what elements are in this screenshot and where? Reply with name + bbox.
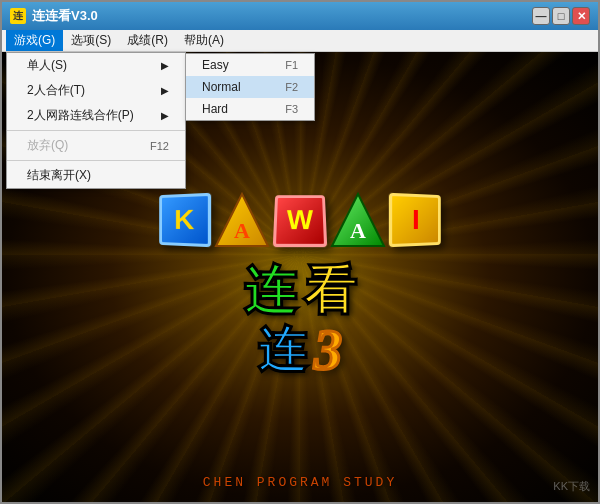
menu-bar: 游戏(G) 单人(S) ▶ Easy F1 [2, 30, 598, 52]
coop-arrow-icon: ▶ [161, 85, 169, 96]
arrow-icon: ▶ [161, 60, 169, 71]
kawaii-a2-block: A [330, 192, 386, 248]
menu-options[interactable]: 选项(S) [63, 30, 119, 51]
normal-item[interactable]: Normal F2 [186, 76, 314, 98]
kawaii-k-block: K [159, 193, 211, 247]
game-menu-container: 游戏(G) 单人(S) ▶ Easy F1 [6, 30, 63, 51]
quit-item[interactable]: 放弃(Q) F12 [7, 133, 185, 158]
exit-item[interactable]: 结束离开(X) [7, 163, 185, 188]
easy-item[interactable]: Easy F1 [186, 54, 314, 76]
credit-text: CHEN PROGRAM STUDY [2, 475, 598, 490]
menu-help[interactable]: 帮助(A) [176, 30, 232, 51]
chinese-row-1: 连 看 [244, 256, 356, 326]
close-button[interactable]: ✕ [572, 7, 590, 25]
maximize-button[interactable]: □ [552, 7, 570, 25]
single-player-item[interactable]: 单人(S) ▶ [7, 53, 185, 78]
menu-scores[interactable]: 成绩(R) [119, 30, 176, 51]
kawaii-a1-block: A [214, 192, 270, 248]
chinese-row-2: 连 3 [258, 318, 342, 382]
svg-text:A: A [234, 218, 250, 243]
coop-item[interactable]: 2人合作(T) ▶ [7, 78, 185, 103]
cn-lian-char: 连 [244, 256, 296, 326]
game-dropdown: 单人(S) ▶ Easy F1 Normal F2 [6, 52, 186, 189]
title-bar-left: 连 连连看V3.0 [10, 7, 98, 25]
title-buttons: — □ ✕ [532, 7, 590, 25]
svg-text:A: A [350, 218, 366, 243]
watermark-text: KK下载 [553, 479, 590, 494]
single-player-wrapper: 单人(S) ▶ Easy F1 Normal F2 [7, 53, 185, 78]
hard-item[interactable]: Hard F3 [186, 98, 314, 120]
menu-game[interactable]: 游戏(G) [6, 30, 63, 51]
single-sub-dropdown: Easy F1 Normal F2 Hard F3 [185, 53, 315, 121]
kawaii-w-block: W [273, 195, 327, 247]
minimize-button[interactable]: — [532, 7, 550, 25]
cn-lian2-char: 连 [258, 318, 306, 382]
main-window: 连 连连看V3.0 — □ ✕ 游戏(G) 单人(S) ▶ [0, 0, 600, 504]
kawaii-i-block: I [389, 193, 441, 247]
network-item[interactable]: 2人网路连线合作(P) ▶ [7, 103, 185, 128]
cn-kan-char: 看 [304, 256, 356, 326]
separator-2 [7, 160, 185, 161]
title-bar: 连 连连看V3.0 — □ ✕ [2, 2, 598, 30]
window-title: 连连看V3.0 [32, 7, 98, 25]
kawaii-row: K A W [158, 192, 442, 248]
cn-3-char: 3 [314, 318, 342, 382]
separator-1 [7, 130, 185, 131]
window-icon: 连 [10, 8, 26, 24]
network-arrow-icon: ▶ [161, 110, 169, 121]
